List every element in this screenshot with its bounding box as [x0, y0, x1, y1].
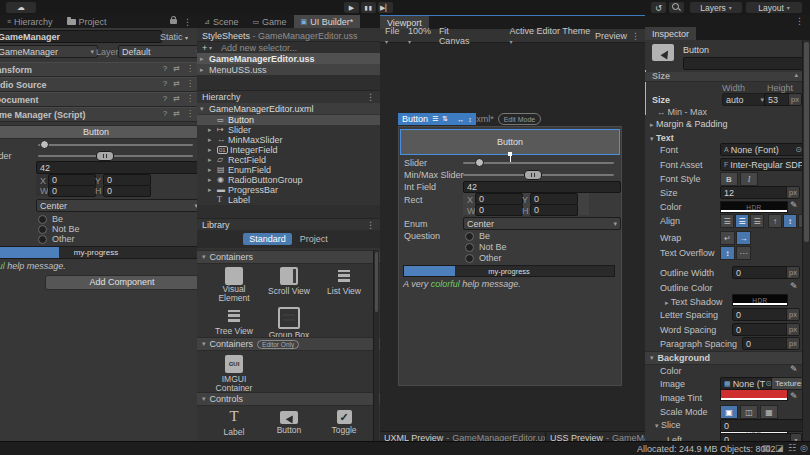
- library-item-scroll-view[interactable]: Scroll View: [265, 267, 313, 296]
- expander-icon[interactable]: ▸: [208, 146, 212, 154]
- scroll-up-icon[interactable]: ▴: [794, 71, 798, 79]
- services-icon[interactable]: ☷: [788, 443, 796, 453]
- font-size-field[interactable]: 12: [720, 186, 792, 199]
- minmax-track[interactable]: [38, 155, 193, 157]
- tab-project[interactable]: Project: [60, 15, 114, 28]
- library-item-list-view[interactable]: List View: [320, 267, 368, 296]
- gameobject-name-field[interactable]: GameManager: [0, 30, 162, 43]
- tab-scene[interactable]: ⊿Scene: [197, 15, 245, 28]
- canvas-slider-handle[interactable]: [475, 158, 484, 167]
- tab-hierarchy[interactable]: ≡Hierarchy: [0, 15, 60, 28]
- canvas-h-field[interactable]: 0: [530, 204, 578, 216]
- component-game-manager-script[interactable]: Game Manager (Script) ?⇄⋮: [0, 107, 197, 122]
- presets-icon[interactable]: ⇄: [173, 79, 180, 88]
- presets-icon[interactable]: ⇄: [173, 109, 180, 118]
- expander-icon[interactable]: ▸: [208, 166, 212, 174]
- expander-icon[interactable]: ▸: [208, 156, 212, 164]
- uss-item-2[interactable]: ▸ MenuUSS.uss: [197, 64, 380, 75]
- help-icon[interactable]: ?: [163, 79, 167, 88]
- panel-menu-icon[interactable]: ⋮: [366, 220, 375, 230]
- scale-stretch-icon[interactable]: ▣: [720, 405, 738, 419]
- slice-foldout[interactable]: ▾ Slice: [655, 420, 681, 430]
- size-section-header[interactable]: Size ▴: [645, 72, 802, 82]
- menu-icon[interactable]: ⋮: [186, 94, 194, 103]
- expander-icon[interactable]: ▸: [200, 66, 204, 74]
- expander-icon[interactable]: ▸: [208, 126, 212, 134]
- text-foldout[interactable]: ▾ Text: [650, 133, 674, 143]
- tree-item-progressbar[interactable]: ▸ ▬ ProgressBar: [197, 185, 380, 195]
- align-right-icon[interactable]: ☰: [750, 214, 764, 228]
- tab-game[interactable]: ▭Game: [245, 15, 293, 28]
- eyedropper-icon[interactable]: ✎: [790, 200, 798, 210]
- containers-section-header[interactable]: ▾Containers: [197, 250, 380, 264]
- align-vertical-icon[interactable]: ↕: [468, 116, 472, 123]
- tab-inspector[interactable]: Inspector: [645, 27, 696, 40]
- outline-color-swatch[interactable]: HDR: [732, 294, 788, 306]
- tree-item-integerfield[interactable]: ▸ 01 IntegerField: [197, 145, 380, 155]
- fit-canvas-button[interactable]: Fit Canvas: [439, 26, 480, 46]
- library-scrollbar[interactable]: [373, 250, 379, 441]
- slice-left-field[interactable]: 0: [720, 433, 796, 441]
- italic-button[interactable]: I: [740, 172, 758, 186]
- menu-icon[interactable]: ⋮: [186, 79, 194, 88]
- bold-button[interactable]: B: [720, 172, 738, 186]
- tree-item-enumfield[interactable]: ▸ ▤ EnumField: [197, 165, 380, 175]
- unit-dropdown[interactable]: ▾: [790, 433, 802, 441]
- canvas-slider-track[interactable]: [463, 162, 614, 164]
- component-ui-document[interactable]: UI Document ?⇄⋮: [0, 92, 197, 107]
- tree-item-minmaxslider[interactable]: ▸ ↔ MinMaxSlider: [197, 135, 380, 145]
- eyedropper-icon[interactable]: ✎: [790, 391, 798, 401]
- undo-history-button[interactable]: ↺: [651, 2, 666, 13]
- canvas-button-element[interactable]: Button: [400, 129, 620, 155]
- align-middle-icon[interactable]: ↕: [783, 214, 797, 228]
- layers-dropdown[interactable]: Layers▾: [690, 2, 742, 13]
- library-tab-standard[interactable]: Standard: [243, 233, 292, 245]
- menu-icon[interactable]: ⋮: [186, 109, 194, 118]
- uxml-root-row[interactable]: ▾ GameManagerEditor.uxml: [197, 103, 380, 114]
- controls-section-header[interactable]: ▾Controls: [197, 392, 380, 406]
- canvas-enum-dropdown[interactable]: Center▾: [463, 217, 621, 230]
- radio-be[interactable]: Be: [38, 214, 63, 224]
- help-icon[interactable]: ?: [163, 109, 167, 118]
- scale-fit-icon[interactable]: ▦: [760, 405, 778, 419]
- panel-menu-icon[interactable]: ⋮: [183, 17, 192, 27]
- margin-padding-foldout[interactable]: ▸ Margin & Padding: [650, 119, 728, 129]
- canvas-w-field[interactable]: 0: [475, 204, 523, 216]
- help-icon[interactable]: ?: [163, 64, 167, 73]
- play-button[interactable]: ▶: [344, 2, 359, 13]
- button-control[interactable]: Button: [0, 125, 198, 139]
- slider-handle[interactable]: [40, 140, 49, 149]
- align-top-icon[interactable]: ↑: [768, 214, 782, 228]
- library-item-imgui-container[interactable]: GUI IMGUIContainer: [210, 355, 258, 393]
- outline-width-field[interactable]: 0: [732, 266, 792, 279]
- minmax-handle[interactable]: [96, 151, 114, 161]
- library-item-visual-element[interactable]: VisualElement: [210, 267, 258, 303]
- canvas-radio-other[interactable]: Other: [465, 253, 502, 263]
- int-field[interactable]: 42: [36, 161, 198, 174]
- tree-item-radiobuttongroup[interactable]: ▸ ◉ RadioButtonGroup: [197, 175, 380, 185]
- minmax-foldout[interactable]: ↔ Min - Max: [657, 107, 707, 117]
- object-picker-icon[interactable]: ⊙: [795, 145, 802, 154]
- panel-menu-icon[interactable]: ⋮: [795, 15, 810, 27]
- align-left-icon[interactable]: ☰: [720, 214, 734, 228]
- slice-field[interactable]: 0: [720, 419, 808, 432]
- paragraph-spacing-field[interactable]: 0: [742, 337, 792, 350]
- align-center-icon[interactable]: ☰: [735, 214, 749, 228]
- expander-icon[interactable]: ▸: [200, 55, 204, 63]
- canvas-minmax-handle[interactable]: [524, 170, 542, 180]
- tab-ui-builder[interactable]: ▣UI Builder*: [294, 15, 361, 28]
- background-section-header[interactable]: ▾Background: [645, 351, 810, 365]
- h-field[interactable]: 0: [103, 185, 151, 197]
- background-color-swatch[interactable]: [720, 389, 788, 401]
- library-tab-project[interactable]: Project: [294, 233, 334, 245]
- width-dropdown[interactable]: auto▾: [722, 93, 768, 106]
- overflow-clip-icon[interactable]: ↕: [720, 246, 735, 260]
- pause-button[interactable]: ▮▮: [361, 2, 376, 13]
- panel-menu-icon[interactable]: ⋮: [366, 92, 375, 102]
- help-icon[interactable]: ?: [163, 94, 167, 103]
- library-item-button[interactable]: Button: [265, 408, 313, 435]
- wrap-normal-icon[interactable]: ↵: [720, 231, 735, 245]
- expander-icon[interactable]: ▸: [208, 176, 212, 184]
- tree-item-slider[interactable]: ▸ ↦ Slider: [197, 125, 380, 135]
- layer-dropdown[interactable]: Default▾: [118, 45, 198, 58]
